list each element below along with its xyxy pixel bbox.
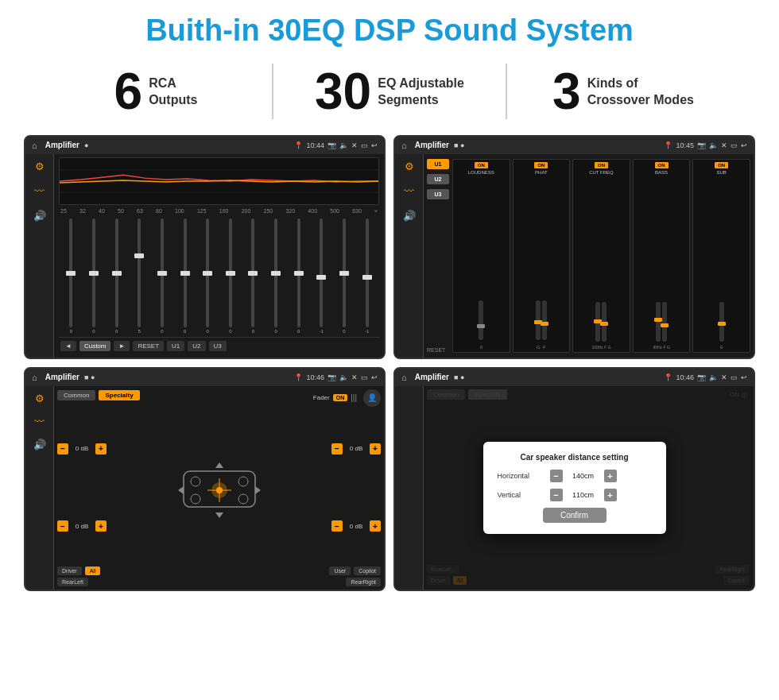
- dlg-icon-x: ✕: [721, 373, 727, 381]
- ch-sub-name: SUB: [717, 170, 727, 175]
- cs-db-row-2: − 0 dB +: [57, 520, 107, 532]
- zone-user[interactable]: User: [329, 567, 351, 575]
- stat-rca-number: 6: [114, 66, 143, 117]
- eq-u1-btn[interactable]: U1: [167, 341, 184, 351]
- amp-sidebar-icon1[interactable]: ⚙: [405, 160, 414, 172]
- eq-u3-btn[interactable]: U3: [209, 341, 227, 351]
- eq-slider-12: -1: [311, 219, 332, 334]
- ch-cutfreq-sliders: [595, 178, 607, 345]
- ch-bass: ON BASS 90Hz F G: [633, 159, 691, 353]
- dialog-horizontal-minus[interactable]: −: [550, 470, 563, 482]
- ch-cutfreq-toggle[interactable]: ON: [595, 162, 608, 168]
- eq-slider-7: 0: [197, 219, 219, 334]
- amp-sidebar-icon3[interactable]: 🔊: [403, 210, 416, 222]
- eq-prev-btn[interactable]: ◄: [60, 341, 76, 351]
- dialog-vertical-minus[interactable]: −: [550, 489, 563, 501]
- amp-screen: ⌂ Amplifier ■ ● 📍 10:45 📷 🔈 ✕ ▭ ↩ ⚙ 〰 🔊: [393, 135, 755, 359]
- cs-settings-icon[interactable]: 👤: [363, 389, 381, 407]
- stat-rca-label: RCAOutputs: [149, 66, 197, 109]
- minus-btn-4[interactable]: −: [331, 520, 343, 532]
- sidebar-speaker-icon[interactable]: 🔊: [33, 210, 46, 222]
- cs-icon-rect: ▭: [361, 373, 368, 381]
- svg-point-6: [238, 477, 248, 486]
- svg-marker-15: [215, 462, 223, 468]
- preset-u1[interactable]: U1: [427, 159, 449, 169]
- cs-main: Common Specialty Fader ON ||| 👤: [54, 386, 384, 590]
- zone-rearright[interactable]: RearRight: [346, 578, 381, 586]
- home-icon: ⌂: [32, 141, 37, 150]
- dlg-vol-icon: 🔈: [709, 373, 718, 381]
- dialog-vertical-label: Vertical: [498, 491, 545, 499]
- minus-btn-2[interactable]: −: [57, 520, 68, 532]
- ch-bass-toggle[interactable]: ON: [655, 162, 669, 168]
- cs-tabs: Common Specialty: [57, 390, 140, 400]
- eq-next-btn[interactable]: ►: [114, 341, 130, 351]
- ch-sub: ON SUB G: [692, 159, 750, 353]
- ch-loudness-toggle[interactable]: ON: [475, 162, 488, 168]
- back-icon: ↩: [371, 141, 378, 149]
- plus-btn-2[interactable]: +: [95, 520, 107, 532]
- plus-btn-4[interactable]: +: [370, 520, 381, 532]
- plus-btn-1[interactable]: +: [95, 443, 107, 454]
- minus-btn-1[interactable]: −: [57, 443, 68, 454]
- svg-point-8: [238, 494, 248, 504]
- fader-toggle[interactable]: ON: [333, 394, 348, 401]
- eq-screen: ⌂ Amplifier ● 📍 10:44 📷 🔈 ✕ ▭ ↩ ⚙ 〰 🔊: [24, 135, 386, 359]
- cs-sidebar-icon1[interactable]: ⚙: [35, 393, 45, 404]
- eq-u2-btn[interactable]: U2: [188, 341, 205, 351]
- dialog-horizontal-plus[interactable]: +: [604, 470, 617, 482]
- stat-crossover: 3 Kinds ofCrossover Modes: [515, 66, 731, 117]
- ch-phat-toggle[interactable]: ON: [534, 162, 548, 168]
- db-val-2: 0 dB: [71, 523, 93, 530]
- eq-custom-btn[interactable]: Custom: [79, 341, 111, 351]
- zone-driver[interactable]: Driver: [57, 567, 82, 575]
- amp-body: U1 U2 U3 RESET ON LOUDNESS 0: [424, 154, 754, 358]
- amp-sidebar-icon2[interactable]: 〰: [404, 185, 414, 197]
- eq-slider-13: 0: [334, 219, 355, 334]
- dialog-horizontal-value: 140cm: [568, 472, 599, 480]
- tab-common[interactable]: Common: [57, 390, 95, 400]
- preset-u3[interactable]: U3: [427, 189, 449, 199]
- tab-specialty[interactable]: Specialty: [99, 390, 139, 400]
- dialog-box: Car speaker distance setting Horizontal …: [483, 442, 666, 534]
- location-icon: 📍: [294, 141, 303, 149]
- cs-sidebar-icon3[interactable]: 🔊: [33, 439, 46, 451]
- stat-divider-2: [506, 64, 507, 119]
- screens-grid: ⌂ Amplifier ● 📍 10:44 📷 🔈 ✕ ▭ ↩ ⚙ 〰 🔊: [0, 130, 779, 599]
- ch-loudness-value: 0: [480, 345, 483, 350]
- stat-divider-1: [272, 64, 273, 119]
- minus-btn-3[interactable]: −: [331, 443, 343, 454]
- zone-all[interactable]: All: [85, 567, 101, 575]
- eq-reset-btn[interactable]: RESET: [133, 341, 164, 351]
- cs-zone-btns: Driver All User Copilot: [57, 567, 381, 575]
- confirm-button[interactable]: Confirm: [543, 508, 607, 523]
- zone-copilot[interactable]: Copilot: [354, 567, 381, 575]
- cs-icon-x: ✕: [351, 373, 358, 381]
- amp-status-bar: ⌂ Amplifier ■ ● 📍 10:45 📷 🔈 ✕ ▭ ↩: [395, 137, 754, 154]
- ch-cutfreq: ON CUT FREQ 100Hz F G: [572, 159, 630, 353]
- svg-marker-13: [178, 486, 184, 494]
- amp-icon-rect: ▭: [731, 141, 738, 149]
- speaker-diagram: [111, 412, 327, 563]
- svg-marker-14: [255, 486, 261, 494]
- sidebar-eq-icon[interactable]: ⚙: [35, 160, 45, 172]
- stat-eq-number: 30: [315, 66, 371, 117]
- dlg-status-icons: 📍 10:46 📷 🔈 ✕ ▭ ↩: [664, 373, 747, 381]
- plus-btn-3[interactable]: +: [370, 443, 381, 454]
- eq-slider-6: 0: [174, 219, 196, 334]
- sidebar-wave-icon[interactable]: 〰: [34, 185, 45, 197]
- ch-phat-sliders: [536, 178, 547, 343]
- amp-reset-btn[interactable]: RESET: [427, 347, 449, 353]
- preset-u2[interactable]: U2: [427, 174, 449, 184]
- cs-sidebar-icon2[interactable]: 〰: [34, 416, 45, 427]
- amp-camera-icon: 📷: [697, 141, 706, 149]
- dlg-status-bar: ⌂ Amplifier ■ ● 📍 10:46 📷 🔈 ✕ ▭ ↩: [395, 369, 754, 386]
- zone-rearleft[interactable]: RearLeft: [57, 578, 88, 586]
- cs-status-icons: 📍 10:46 📷 🔈 ✕ ▭ ↩: [294, 373, 378, 381]
- ch-sub-toggle[interactable]: ON: [715, 162, 728, 168]
- dlg-loc-icon: 📍: [664, 373, 672, 381]
- amp-time: 10:45: [676, 141, 694, 149]
- dialog-vertical-plus[interactable]: +: [604, 489, 617, 501]
- cs-app-name: Amplifier: [45, 373, 79, 381]
- eq-freq-labels: 2532405063 80100125160200 25032040050063…: [59, 208, 379, 214]
